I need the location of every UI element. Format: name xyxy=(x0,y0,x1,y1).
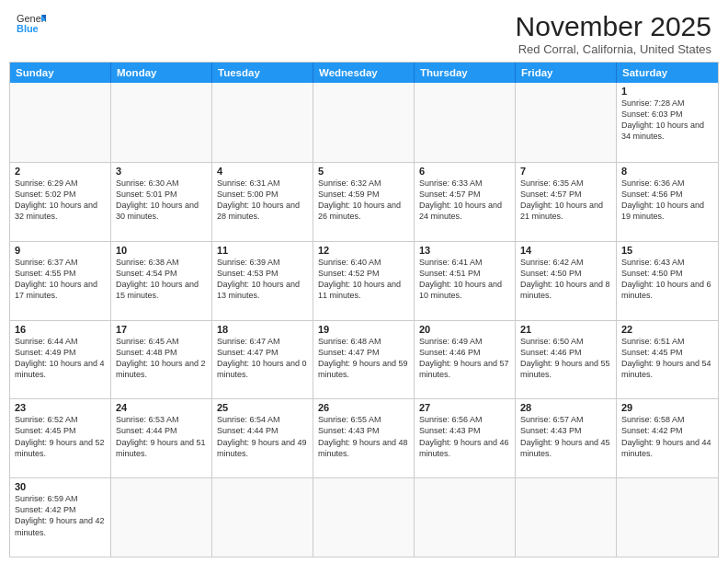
header: General Blue November 2025 Red Corral, C… xyxy=(0,0,728,62)
day-cell-3: 3Sunrise: 6:30 AM Sunset: 5:01 PM Daylig… xyxy=(111,163,212,241)
week-row-0: 1Sunrise: 7:28 AM Sunset: 6:03 PM Daylig… xyxy=(10,83,718,162)
day-number: 2 xyxy=(15,166,106,177)
day-number: 28 xyxy=(520,402,611,413)
header-day-wednesday: Wednesday xyxy=(313,63,415,83)
empty-cell-0-1 xyxy=(111,83,212,162)
day-number: 5 xyxy=(318,166,409,177)
day-cell-15: 15Sunrise: 6:43 AM Sunset: 4:50 PM Dayli… xyxy=(617,242,718,320)
day-info: Sunrise: 6:48 AM Sunset: 4:47 PM Dayligh… xyxy=(318,336,409,381)
header-day-monday: Monday xyxy=(111,63,212,83)
day-cell-17: 17Sunrise: 6:45 AM Sunset: 4:48 PM Dayli… xyxy=(111,321,212,399)
empty-cell-0-2 xyxy=(212,83,313,162)
day-number: 1 xyxy=(621,86,713,97)
day-number: 25 xyxy=(217,402,308,413)
day-info: Sunrise: 6:47 AM Sunset: 4:47 PM Dayligh… xyxy=(217,336,308,381)
day-cell-11: 11Sunrise: 6:39 AM Sunset: 4:53 PM Dayli… xyxy=(212,242,313,320)
day-cell-2: 2Sunrise: 6:29 AM Sunset: 5:02 PM Daylig… xyxy=(10,163,111,241)
empty-cell-0-0 xyxy=(10,83,111,162)
day-info: Sunrise: 6:39 AM Sunset: 4:53 PM Dayligh… xyxy=(217,257,308,302)
day-cell-23: 23Sunrise: 6:52 AM Sunset: 4:45 PM Dayli… xyxy=(10,399,111,477)
day-cell-25: 25Sunrise: 6:54 AM Sunset: 4:44 PM Dayli… xyxy=(212,399,313,477)
day-number: 19 xyxy=(318,324,409,335)
day-info: Sunrise: 6:37 AM Sunset: 4:55 PM Dayligh… xyxy=(15,257,106,302)
day-info: Sunrise: 6:40 AM Sunset: 4:52 PM Dayligh… xyxy=(318,257,409,302)
title-block: November 2025 Red Corral, California, Un… xyxy=(516,11,711,56)
day-info: Sunrise: 6:33 AM Sunset: 4:57 PM Dayligh… xyxy=(419,178,510,223)
calendar: SundayMondayTuesdayWednesdayThursdayFrid… xyxy=(9,62,719,557)
day-info: Sunrise: 6:36 AM Sunset: 4:56 PM Dayligh… xyxy=(621,178,713,223)
header-day-tuesday: Tuesday xyxy=(212,63,313,83)
logo: General Blue xyxy=(17,11,46,37)
day-info: Sunrise: 6:52 AM Sunset: 4:45 PM Dayligh… xyxy=(15,414,106,459)
day-number: 22 xyxy=(621,324,713,335)
day-cell-19: 19Sunrise: 6:48 AM Sunset: 4:47 PM Dayli… xyxy=(313,321,415,399)
week-row-1: 2Sunrise: 6:29 AM Sunset: 5:02 PM Daylig… xyxy=(10,162,718,241)
day-info: Sunrise: 6:32 AM Sunset: 4:59 PM Dayligh… xyxy=(318,178,409,223)
day-number: 6 xyxy=(419,166,510,177)
empty-cell-5-5 xyxy=(516,478,617,557)
day-cell-5: 5Sunrise: 6:32 AM Sunset: 4:59 PM Daylig… xyxy=(313,163,415,241)
day-cell-21: 21Sunrise: 6:50 AM Sunset: 4:46 PM Dayli… xyxy=(516,321,617,399)
day-info: Sunrise: 6:41 AM Sunset: 4:51 PM Dayligh… xyxy=(419,257,510,302)
day-number: 12 xyxy=(318,245,409,256)
day-info: Sunrise: 6:53 AM Sunset: 4:44 PM Dayligh… xyxy=(116,414,207,459)
day-number: 15 xyxy=(621,245,713,256)
day-number: 14 xyxy=(520,245,611,256)
day-number: 20 xyxy=(419,324,510,335)
day-cell-9: 9Sunrise: 6:37 AM Sunset: 4:55 PM Daylig… xyxy=(10,242,111,320)
day-number: 13 xyxy=(419,245,510,256)
day-cell-12: 12Sunrise: 6:40 AM Sunset: 4:52 PM Dayli… xyxy=(313,242,415,320)
location: Red Corral, California, United States xyxy=(516,42,711,56)
empty-cell-0-4 xyxy=(415,83,516,162)
week-row-3: 16Sunrise: 6:44 AM Sunset: 4:49 PM Dayli… xyxy=(10,320,718,399)
day-number: 7 xyxy=(520,166,611,177)
day-cell-10: 10Sunrise: 6:38 AM Sunset: 4:54 PM Dayli… xyxy=(111,242,212,320)
day-cell-14: 14Sunrise: 6:42 AM Sunset: 4:50 PM Dayli… xyxy=(516,242,617,320)
day-info: Sunrise: 6:54 AM Sunset: 4:44 PM Dayligh… xyxy=(217,414,308,459)
day-cell-20: 20Sunrise: 6:49 AM Sunset: 4:46 PM Dayli… xyxy=(415,321,516,399)
svg-text:Blue: Blue xyxy=(17,23,39,34)
day-cell-13: 13Sunrise: 6:41 AM Sunset: 4:51 PM Dayli… xyxy=(415,242,516,320)
week-row-2: 9Sunrise: 6:37 AM Sunset: 4:55 PM Daylig… xyxy=(10,241,718,320)
week-row-4: 23Sunrise: 6:52 AM Sunset: 4:45 PM Dayli… xyxy=(10,398,718,477)
day-info: Sunrise: 6:58 AM Sunset: 4:42 PM Dayligh… xyxy=(621,414,713,459)
empty-cell-5-4 xyxy=(415,478,516,557)
day-cell-24: 24Sunrise: 6:53 AM Sunset: 4:44 PM Dayli… xyxy=(111,399,212,477)
page: General Blue November 2025 Red Corral, C… xyxy=(0,0,728,563)
day-number: 9 xyxy=(15,245,106,256)
day-cell-16: 16Sunrise: 6:44 AM Sunset: 4:49 PM Dayli… xyxy=(10,321,111,399)
day-number: 26 xyxy=(318,402,409,413)
header-day-friday: Friday xyxy=(516,63,617,83)
empty-cell-5-1 xyxy=(111,478,212,557)
day-cell-18: 18Sunrise: 6:47 AM Sunset: 4:47 PM Dayli… xyxy=(212,321,313,399)
day-cell-30: 30Sunrise: 6:59 AM Sunset: 4:42 PM Dayli… xyxy=(10,478,111,557)
day-cell-7: 7Sunrise: 6:35 AM Sunset: 4:57 PM Daylig… xyxy=(516,163,617,241)
day-number: 17 xyxy=(116,324,207,335)
day-cell-27: 27Sunrise: 6:56 AM Sunset: 4:43 PM Dayli… xyxy=(415,399,516,477)
day-number: 10 xyxy=(116,245,207,256)
header-day-saturday: Saturday xyxy=(617,63,718,83)
empty-cell-5-3 xyxy=(313,478,415,557)
day-number: 3 xyxy=(116,166,207,177)
day-info: Sunrise: 6:35 AM Sunset: 4:57 PM Dayligh… xyxy=(520,178,611,223)
generalblue-logo-icon: General Blue xyxy=(17,11,46,37)
day-info: Sunrise: 6:51 AM Sunset: 4:45 PM Dayligh… xyxy=(621,336,713,381)
header-day-sunday: Sunday xyxy=(10,63,111,83)
day-number: 11 xyxy=(217,245,308,256)
empty-cell-5-2 xyxy=(212,478,313,557)
day-number: 24 xyxy=(116,402,207,413)
day-cell-4: 4Sunrise: 6:31 AM Sunset: 5:00 PM Daylig… xyxy=(212,163,313,241)
day-info: Sunrise: 6:43 AM Sunset: 4:50 PM Dayligh… xyxy=(621,257,713,302)
day-cell-1: 1Sunrise: 7:28 AM Sunset: 6:03 PM Daylig… xyxy=(617,83,718,162)
day-cell-28: 28Sunrise: 6:57 AM Sunset: 4:43 PM Dayli… xyxy=(516,399,617,477)
week-row-5: 30Sunrise: 6:59 AM Sunset: 4:42 PM Dayli… xyxy=(10,477,718,557)
day-info: Sunrise: 6:56 AM Sunset: 4:43 PM Dayligh… xyxy=(419,414,510,459)
month-title: November 2025 xyxy=(516,11,711,42)
day-info: Sunrise: 6:59 AM Sunset: 4:42 PM Dayligh… xyxy=(15,493,106,538)
day-number: 21 xyxy=(520,324,611,335)
calendar-body: 1Sunrise: 7:28 AM Sunset: 6:03 PM Daylig… xyxy=(10,83,718,557)
day-info: Sunrise: 7:28 AM Sunset: 6:03 PM Dayligh… xyxy=(621,98,713,143)
day-number: 23 xyxy=(15,402,106,413)
day-info: Sunrise: 6:44 AM Sunset: 4:49 PM Dayligh… xyxy=(15,336,106,381)
day-cell-22: 22Sunrise: 6:51 AM Sunset: 4:45 PM Dayli… xyxy=(617,321,718,399)
